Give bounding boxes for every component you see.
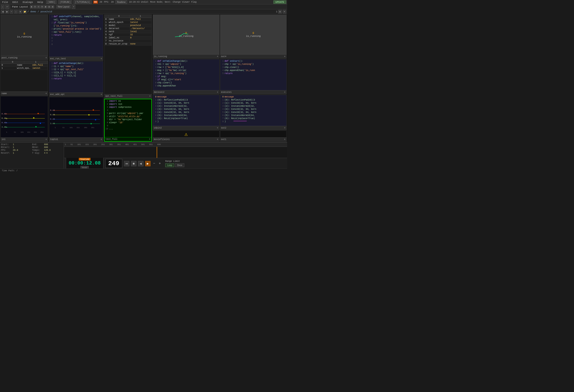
svg-point-7: [35, 126, 37, 128]
svg-text:a: a: [6, 126, 7, 128]
name-panel-plus[interactable]: +: [45, 92, 47, 95]
out4-subtext: is_running: [246, 35, 261, 37]
timecode-mode-button[interactable]: TimeCode: [79, 158, 90, 161]
new-layout-plus[interactable]: +: [72, 5, 75, 9]
timeline-stats: Start: 1 End: 600 RStart: 1 REnd: 600 FP…: [0, 142, 64, 168]
menu-help[interactable]: Help: [36, 1, 44, 3]
back-frame-button[interactable]: ◀: [138, 161, 144, 166]
ruler-351: 351: [117, 144, 121, 146]
rstart-label: RStart:: [1, 146, 12, 149]
out4-panel: 0 is_running out4 +: [220, 15, 287, 59]
svg-text:1: 1: [55, 127, 56, 129]
end-label: End:: [32, 143, 43, 146]
svg-text:101: 101: [20, 131, 24, 133]
svg-text:201: 201: [34, 131, 37, 133]
path-folder-btn[interactable]: 📁: [23, 10, 26, 14]
menu-edit[interactable]: Edit: [11, 1, 20, 3]
stop-button[interactable]: ⏹: [131, 161, 136, 166]
post-running-plus[interactable]: +: [45, 56, 47, 59]
execute1-plus[interactable]: +: [284, 91, 286, 94]
name-row-0: 0 name edn_full: [1, 64, 48, 67]
udpin2-plus[interactable]: +: [217, 127, 218, 130]
name-cell-11: witch_epoch: [17, 67, 32, 70]
play-button[interactable]: ▶: [145, 161, 150, 166]
out4-plus[interactable]: +: [284, 55, 286, 58]
in1-plus[interactable]: +: [45, 138, 47, 141]
realtime-button[interactable]: Realtime: [115, 0, 127, 4]
post-running-label: post_running: [1, 57, 45, 59]
opt-test-full-plus[interactable]: +: [149, 95, 151, 98]
datexec2-plus[interactable]: +: [217, 91, 218, 94]
minus-button[interactable]: −: [152, 162, 156, 166]
timecode-display: TimeCode 00:00:12.08 Beats: [66, 157, 103, 168]
path-up-btn[interactable]: +: [10, 10, 13, 14]
update-button[interactable]: UPDATE: [273, 0, 286, 4]
exc-run-test-label: exc_run_test: [50, 57, 101, 60]
forum-button[interactable]: [ FORUM ]: [58, 0, 72, 4]
out2-plus[interactable]: +: [284, 127, 286, 130]
timeline-tracks[interactable]: [64, 147, 287, 158]
rend-val: 600: [44, 146, 48, 149]
ruler-51: 51: [70, 144, 73, 146]
wiki-button[interactable]: [ WIKI ]: [46, 0, 57, 4]
toolbar-home[interactable]: ⌂: [1, 5, 4, 9]
layout-icon-1[interactable]: ▣: [30, 5, 33, 8]
ruler-451: 451: [133, 144, 137, 146]
layout-icon-6[interactable]: ▧: [48, 5, 51, 8]
loop-button[interactable]: Loop: [165, 163, 174, 167]
post-running-panel: 0 is_running post_running +: [0, 15, 48, 60]
svg-text:0.48: 0.48: [50, 114, 55, 116]
plus-button[interactable]: +: [158, 162, 162, 166]
exc-add-opt-plus[interactable]: +: [101, 93, 102, 96]
playhead: [157, 147, 157, 158]
path-back-btn[interactable]: ◀: [1, 10, 4, 14]
otf-col-0: 0: [108, 15, 130, 18]
svg-text:201: 201: [84, 127, 87, 129]
new-layout-button[interactable]: New Layout: [56, 5, 71, 8]
svg-text:0.49: 0.49: [1, 117, 6, 119]
path-home-btn[interactable]: ⌂: [14, 10, 18, 14]
layout-icon-2[interactable]: ⊞: [34, 5, 37, 8]
name-panel-label: name: [1, 92, 45, 95]
moviefilein1-plus[interactable]: +: [217, 138, 218, 141]
menu-dialogs[interactable]: Dialogs: [21, 1, 34, 3]
ruler-1: 1: [65, 144, 66, 146]
topto1-plus[interactable]: +: [101, 138, 102, 141]
ruler-151: 151: [85, 144, 89, 146]
test-full-panel: 1import os 2import sys 3import subproces…: [104, 99, 152, 142]
toolbar-back[interactable]: ↩: [5, 5, 9, 9]
path-fwd-btn[interactable]: ▶: [5, 10, 9, 14]
tsig-val2: 4: [46, 152, 48, 154]
post-running-subtext: is_running: [17, 36, 32, 38]
exc-add-opt-panel: 1def onTableChange(dat): 2 t1 = op('name…: [49, 61, 103, 96]
opt-test-full-panel: 0 1 0nameedn_full 1which_epochlatest 2mo…: [104, 15, 152, 98]
test-full-plus[interactable]: +: [149, 138, 150, 141]
exc-run-test-plus[interactable]: +: [101, 57, 102, 60]
layout-icon-5[interactable]: ▦: [44, 5, 47, 8]
ruler-401: 401: [125, 144, 129, 146]
out1-plus[interactable]: +: [284, 138, 286, 141]
rstart-val: 1: [13, 146, 14, 149]
path-bookmark-btn[interactable]: ★: [19, 10, 22, 14]
layout-icon-4[interactable]: ⊠: [41, 5, 44, 8]
rewind-to-start-button[interactable]: ⏮: [124, 161, 129, 166]
path-close-btn[interactable]: ✕: [283, 10, 286, 14]
out1-label: out1: [221, 138, 284, 141]
svg-point-4: [38, 113, 39, 114]
layout-icon-3[interactable]: ⊟: [37, 5, 40, 8]
svg-text:151: 151: [27, 131, 30, 133]
is-running-label: is_running: [154, 55, 217, 58]
path-expand-btn[interactable]: ⊞: [278, 10, 282, 14]
beats-button[interactable]: Beats: [81, 166, 89, 168]
toolbar: ⌂ ↩ Pane Layout ▣ ⊞ ⊟ ⊠ ▦ ▧ ▨ New Layout…: [0, 4, 287, 9]
execute1-panel: 1def onStart(): 2 chp = op('is_running')…: [220, 59, 287, 94]
once-button[interactable]: Once: [175, 163, 184, 167]
layout-icon-7[interactable]: ▨: [51, 5, 54, 8]
name-cell-12: latest: [32, 67, 47, 70]
tempo-label: Tempo:: [32, 149, 43, 151]
resetf-val: 1: [13, 152, 14, 154]
is-running-plus[interactable]: +: [217, 55, 218, 58]
tutorials-button[interactable]: [ TUTORIALS ]: [74, 0, 92, 4]
menu-file[interactable]: File: [1, 1, 9, 3]
exc-run-test-panel: 1def onOnToOff(channel, sampleIndex, val…: [49, 15, 103, 61]
